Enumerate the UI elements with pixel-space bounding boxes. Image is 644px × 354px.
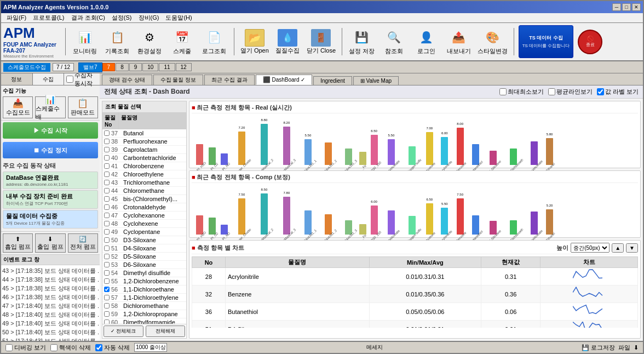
env-settings-button[interactable]: ⚙ 환경설정	[135, 25, 165, 58]
material-checkbox[interactable]	[104, 188, 110, 193]
material-checkbox[interactable]	[104, 311, 110, 317]
menu-file[interactable]: 파일(F)	[3, 13, 30, 22]
log-view-button[interactable]: 📄 로그조회	[199, 25, 229, 58]
auto-collect-checkbox[interactable]	[66, 76, 73, 83]
material-checkbox[interactable]	[104, 163, 110, 169]
opt-vallabel[interactable]: 값 라벨 보기	[597, 88, 639, 96]
collect-mode-button[interactable]: 📥 수집모드	[3, 96, 33, 118]
material-row[interactable]: 37 Butanol	[102, 129, 186, 138]
material-row[interactable]: 38 Perfluorohexane	[102, 138, 186, 146]
material-checkbox[interactable]	[104, 245, 110, 251]
nav-tab-7[interactable]: 7	[102, 63, 116, 71]
material-checkbox[interactable]	[104, 196, 110, 202]
collect-button[interactable]: 💧 질질수집	[273, 25, 303, 58]
material-row[interactable]: 43 Trichloromethane	[102, 179, 186, 187]
history-button[interactable]: 📋 기록조회	[102, 25, 133, 58]
material-checkbox[interactable]	[104, 130, 110, 136]
material-row[interactable]: 55 1,2-Dichlorobenzene	[102, 277, 186, 286]
material-list[interactable]: 37 Butanol 38 Perfluorohexane 39 Caprola…	[102, 129, 186, 324]
valve7-tab[interactable]: 밸브7	[78, 62, 102, 72]
opt-minmax[interactable]: 최대최소보기	[499, 88, 544, 96]
opt-avgline[interactable]: 평균라인보기	[548, 88, 593, 96]
open-button[interactable]: 📂 열기 Open	[239, 25, 271, 58]
material-checkbox[interactable]	[104, 229, 110, 235]
material-checkbox[interactable]	[104, 221, 110, 226]
material-row[interactable]: 59 1,2-Dichloropropane	[102, 310, 186, 318]
material-row[interactable]: 60 Dimethylformamide	[102, 318, 186, 324]
material-row[interactable]: 57 1,1-Dichloroethylene	[102, 294, 186, 302]
material-checkbox[interactable]	[104, 147, 110, 152]
opt-vallabel-checkbox[interactable]	[597, 88, 604, 95]
opt-minmax-checkbox[interactable]	[499, 88, 507, 95]
material-row[interactable]: 48 Cyclohexene	[102, 220, 186, 228]
material-checkbox[interactable]	[104, 172, 110, 177]
chart3-scroll-up[interactable]: ▲	[612, 243, 624, 253]
material-row[interactable]: 49 Cyclopentane	[102, 228, 186, 236]
menu-device[interactable]: 장비(G)	[135, 13, 163, 22]
nav-tab-10[interactable]: 10	[142, 63, 158, 71]
material-row[interactable]: 58 Dichloromethane	[102, 302, 186, 310]
left-tab-info[interactable]: 정보	[1, 73, 33, 85]
close-button[interactable]: ✕	[632, 3, 641, 11]
nav-tab-11[interactable]: 11	[159, 63, 175, 71]
highlight-delete-option[interactable]: 핵색이 삭제	[50, 344, 91, 352]
material-row[interactable]: 50 D3-Siloxane	[102, 236, 186, 244]
material-row[interactable]: 44 Chloromethane	[102, 187, 186, 195]
tab-collect-info[interactable]: 수집 물질 정보	[153, 75, 204, 85]
log-content[interactable]: 43 > [17:18:35] 보드 상태 데이터를 ... 44 > [17:…	[1, 265, 100, 341]
left-tab-collect[interactable]: 수집	[33, 73, 65, 85]
nav-tab-9[interactable]: 9	[129, 63, 142, 71]
material-row[interactable]: 54 Dimethyl disulfide	[102, 269, 186, 277]
ts-collect-button[interactable]: TS 데이터 수집 TS 데이터를 수집합니다	[519, 25, 573, 58]
threshold-input[interactable]	[134, 343, 167, 352]
restore-button[interactable]: □	[622, 3, 631, 11]
material-row[interactable]: 51 D4-Siloxane	[102, 244, 186, 253]
minimize-button[interactable]: ─	[612, 3, 621, 11]
quit-button[interactable]: 🚫 종료	[578, 30, 602, 54]
material-row[interactable]: 56 1,1-Dichloroethane	[102, 286, 186, 294]
height-select[interactable]: 중간(50px) 작게(30px) 크게(80px)	[571, 243, 610, 253]
material-checkbox[interactable]	[104, 270, 110, 276]
tab-valve-map[interactable]: ⊞ Valve Map	[353, 76, 399, 85]
material-checkbox[interactable]	[104, 303, 110, 309]
menu-results[interactable]: 결과 조회(C)	[68, 13, 108, 22]
material-checkbox[interactable]	[104, 254, 110, 259]
material-checkbox[interactable]	[104, 155, 110, 161]
material-checkbox[interactable]	[104, 237, 110, 243]
opt-avgline-checkbox[interactable]	[548, 88, 555, 95]
chart3-scroll-down[interactable]: ▼	[626, 243, 638, 253]
material-row[interactable]: 40 Carbontetrachloride	[102, 154, 186, 162]
start-collect-button[interactable]: ▶ 수집 시작	[3, 122, 98, 139]
nav-tab-8[interactable]: 8	[116, 63, 129, 71]
schedule-count-button[interactable]: 📊 스케줄수배	[35, 96, 65, 118]
sell-mode-button[interactable]: 📋 판매모드	[68, 96, 98, 118]
intake-pump-button[interactable]: ⬆ 흡입 펌프	[3, 233, 33, 253]
material-checkbox[interactable]	[104, 262, 110, 267]
tab-ingredient[interactable]: Ingredient	[313, 76, 352, 85]
tab-dashboard[interactable]: ⬛ DashBoard ✓	[256, 75, 313, 85]
material-checkbox[interactable]	[104, 295, 110, 300]
material-checkbox[interactable]	[104, 278, 110, 284]
highlight-checkbox[interactable]	[50, 344, 58, 351]
material-row[interactable]: 46 Crotonaldehyde	[102, 203, 186, 212]
tab-recent-result[interactable]: 최근 수집 결과	[204, 75, 255, 85]
tab-status[interactable]: 경태 검수 상태	[102, 75, 152, 85]
material-checkbox[interactable]	[104, 287, 110, 292]
schedule-button[interactable]: 📅 스케줄	[167, 25, 197, 58]
style-button[interactable]: 🎨 스타일변경	[476, 25, 509, 58]
check-all-button[interactable]: ✓ 전체체크	[104, 326, 143, 337]
monitoring-button[interactable]: 📊 모니터링	[70, 25, 100, 58]
pretreat-pump-button[interactable]: 🔄 전처 펌프	[68, 233, 98, 253]
material-row[interactable]: 52 D5-Siloxane	[102, 253, 186, 261]
measure-table-container[interactable]: No 물질명 Min/Max/Avg 현재값 차트 28 Acrylonitri…	[192, 256, 638, 328]
material-checkbox[interactable]	[104, 204, 110, 210]
menu-protocol[interactable]: 프로토콜(L)	[30, 13, 67, 22]
material-row[interactable]: 39 Caprolactam	[102, 146, 186, 154]
material-row[interactable]: 42 Chloroethylene	[102, 170, 186, 179]
material-row[interactable]: 47 Cyclohexanone	[102, 212, 186, 220]
menu-help[interactable]: 도움말(H)	[162, 13, 195, 22]
material-row[interactable]: 53 D6-Siloxane	[102, 261, 186, 269]
debug-view-option[interactable]: 디버깅 보기	[5, 344, 46, 352]
material-checkbox[interactable]	[104, 139, 110, 144]
close-toolbar-button[interactable]: 🚪 닫기 Close	[305, 25, 337, 58]
